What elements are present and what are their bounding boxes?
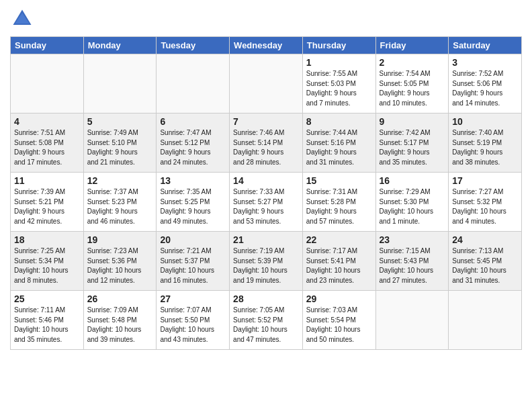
day-info: Sunrise: 7:51 AM Sunset: 5:08 PM Dayligh… [14,128,80,167]
calendar-cell: 4Sunrise: 7:51 AM Sunset: 5:08 PM Daylig… [11,113,84,173]
calendar-cell: 15Sunrise: 7:31 AM Sunset: 5:28 PM Dayli… [302,173,375,232]
calendar-cell [11,54,84,113]
day-number: 11 [14,175,80,186]
calendar-cell: 21Sunrise: 7:19 AM Sunset: 5:39 PM Dayli… [230,232,303,291]
day-number: 1 [306,57,372,68]
col-header-wednesday: Wednesday [230,37,303,54]
col-header-thursday: Thursday [302,37,375,54]
header [10,7,522,31]
day-info: Sunrise: 7:42 AM Sunset: 5:17 PM Dayligh… [380,128,445,167]
day-info: Sunrise: 7:13 AM Sunset: 5:45 PM Dayligh… [452,246,518,285]
page-container: SundayMondayTuesdayWednesdayThursdayFrid… [0,0,532,353]
day-info: Sunrise: 7:11 AM Sunset: 5:46 PM Dayligh… [14,306,80,345]
calendar-cell: 8Sunrise: 7:44 AM Sunset: 5:16 PM Daylig… [302,113,375,173]
calendar-cell: 25Sunrise: 7:11 AM Sunset: 5:46 PM Dayli… [11,291,84,350]
day-number: 13 [160,175,226,186]
calendar-cell: 2Sunrise: 7:54 AM Sunset: 5:05 PM Daylig… [375,54,449,113]
day-number: 9 [380,116,445,127]
day-number: 25 [14,293,80,304]
day-info: Sunrise: 7:05 AM Sunset: 5:52 PM Dayligh… [233,306,299,345]
day-number: 21 [233,234,299,245]
calendar-week-3: 11Sunrise: 7:39 AM Sunset: 5:21 PM Dayli… [11,173,522,232]
day-number: 17 [452,175,518,186]
day-number: 14 [233,175,299,186]
calendar-cell: 12Sunrise: 7:37 AM Sunset: 5:23 PM Dayli… [83,173,157,232]
day-info: Sunrise: 7:54 AM Sunset: 5:05 PM Dayligh… [380,69,445,108]
day-number: 15 [306,175,372,186]
logo [10,7,37,31]
day-number: 20 [160,234,226,245]
calendar: SundayMondayTuesdayWednesdayThursdayFrid… [10,36,522,350]
calendar-cell [230,54,303,113]
calendar-cell [449,291,522,350]
calendar-week-1: 1Sunrise: 7:55 AM Sunset: 5:03 PM Daylig… [11,54,522,113]
day-number: 18 [14,234,80,245]
calendar-cell: 10Sunrise: 7:40 AM Sunset: 5:19 PM Dayli… [449,113,522,173]
day-number: 12 [87,175,153,186]
col-header-friday: Friday [375,37,449,54]
day-info: Sunrise: 7:52 AM Sunset: 5:06 PM Dayligh… [452,69,518,108]
day-info: Sunrise: 7:15 AM Sunset: 5:43 PM Dayligh… [380,246,445,285]
day-info: Sunrise: 7:21 AM Sunset: 5:37 PM Dayligh… [160,246,226,285]
calendar-cell: 9Sunrise: 7:42 AM Sunset: 5:17 PM Daylig… [375,113,449,173]
calendar-header-row: SundayMondayTuesdayWednesdayThursdayFrid… [11,37,522,54]
day-info: Sunrise: 7:39 AM Sunset: 5:21 PM Dayligh… [14,187,80,226]
day-number: 24 [452,234,518,245]
day-number: 7 [233,116,299,127]
day-info: Sunrise: 7:09 AM Sunset: 5:48 PM Dayligh… [87,306,153,345]
day-info: Sunrise: 7:33 AM Sunset: 5:27 PM Dayligh… [233,187,299,226]
day-number: 26 [87,293,153,304]
day-info: Sunrise: 7:35 AM Sunset: 5:25 PM Dayligh… [160,187,226,226]
calendar-cell: 26Sunrise: 7:09 AM Sunset: 5:48 PM Dayli… [83,291,157,350]
day-info: Sunrise: 7:19 AM Sunset: 5:39 PM Dayligh… [233,246,299,285]
calendar-week-2: 4Sunrise: 7:51 AM Sunset: 5:08 PM Daylig… [11,113,522,173]
calendar-cell: 22Sunrise: 7:17 AM Sunset: 5:41 PM Dayli… [302,232,375,291]
calendar-cell: 24Sunrise: 7:13 AM Sunset: 5:45 PM Dayli… [449,232,522,291]
calendar-cell: 6Sunrise: 7:47 AM Sunset: 5:12 PM Daylig… [157,113,230,173]
calendar-cell: 28Sunrise: 7:05 AM Sunset: 5:52 PM Dayli… [230,291,303,350]
day-number: 16 [380,175,445,186]
calendar-cell: 29Sunrise: 7:03 AM Sunset: 5:54 PM Dayli… [302,291,375,350]
calendar-cell: 14Sunrise: 7:33 AM Sunset: 5:27 PM Dayli… [230,173,303,232]
col-header-monday: Monday [83,37,157,54]
day-number: 5 [87,116,153,127]
day-info: Sunrise: 7:17 AM Sunset: 5:41 PM Dayligh… [306,246,372,285]
calendar-cell [83,54,157,113]
calendar-cell [375,291,449,350]
day-number: 3 [452,57,518,68]
day-info: Sunrise: 7:44 AM Sunset: 5:16 PM Dayligh… [306,128,372,167]
day-info: Sunrise: 7:07 AM Sunset: 5:50 PM Dayligh… [160,306,226,345]
col-header-saturday: Saturday [449,37,522,54]
calendar-cell: 23Sunrise: 7:15 AM Sunset: 5:43 PM Dayli… [375,232,449,291]
calendar-cell: 5Sunrise: 7:49 AM Sunset: 5:10 PM Daylig… [83,113,157,173]
day-info: Sunrise: 7:31 AM Sunset: 5:28 PM Dayligh… [306,187,372,226]
day-number: 4 [14,116,80,127]
day-number: 10 [452,116,518,127]
day-info: Sunrise: 7:55 AM Sunset: 5:03 PM Dayligh… [306,69,372,108]
day-info: Sunrise: 7:27 AM Sunset: 5:32 PM Dayligh… [452,187,518,226]
day-info: Sunrise: 7:46 AM Sunset: 5:14 PM Dayligh… [233,128,299,167]
day-info: Sunrise: 7:47 AM Sunset: 5:12 PM Dayligh… [160,128,226,167]
col-header-tuesday: Tuesday [157,37,230,54]
day-number: 23 [380,234,445,245]
calendar-cell [157,54,230,113]
calendar-cell: 20Sunrise: 7:21 AM Sunset: 5:37 PM Dayli… [157,232,230,291]
calendar-week-4: 18Sunrise: 7:25 AM Sunset: 5:34 PM Dayli… [11,232,522,291]
calendar-cell: 17Sunrise: 7:27 AM Sunset: 5:32 PM Dayli… [449,173,522,232]
day-number: 27 [160,293,226,304]
calendar-cell: 3Sunrise: 7:52 AM Sunset: 5:06 PM Daylig… [449,54,522,113]
day-number: 2 [380,57,445,68]
calendar-cell: 16Sunrise: 7:29 AM Sunset: 5:30 PM Dayli… [375,173,449,232]
day-number: 22 [306,234,372,245]
day-number: 29 [306,293,372,304]
day-number: 28 [233,293,299,304]
day-number: 19 [87,234,153,245]
calendar-cell: 27Sunrise: 7:07 AM Sunset: 5:50 PM Dayli… [157,291,230,350]
calendar-cell: 13Sunrise: 7:35 AM Sunset: 5:25 PM Dayli… [157,173,230,232]
calendar-cell: 7Sunrise: 7:46 AM Sunset: 5:14 PM Daylig… [230,113,303,173]
col-header-sunday: Sunday [11,37,84,54]
day-number: 8 [306,116,372,127]
calendar-cell: 18Sunrise: 7:25 AM Sunset: 5:34 PM Dayli… [11,232,84,291]
calendar-cell: 19Sunrise: 7:23 AM Sunset: 5:36 PM Dayli… [83,232,157,291]
day-info: Sunrise: 7:49 AM Sunset: 5:10 PM Dayligh… [87,128,153,167]
